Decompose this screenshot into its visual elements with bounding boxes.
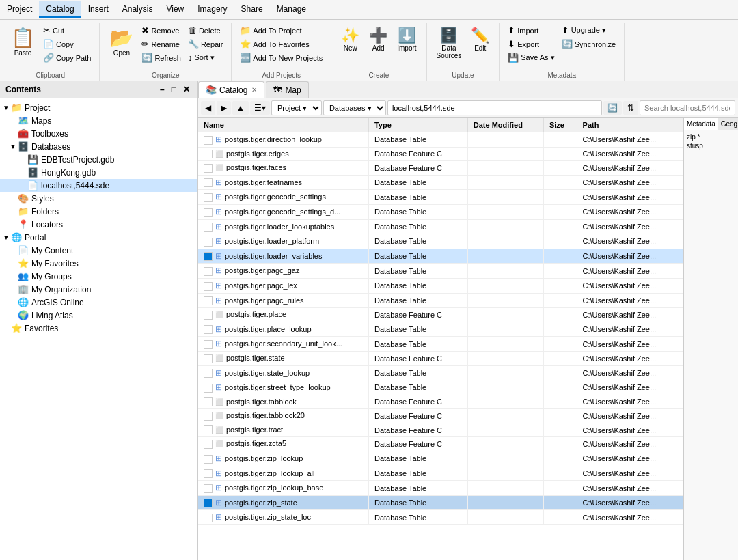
tree-item-hongkong[interactable]: 🗄️HongKong.gdb xyxy=(0,166,197,179)
repair-button[interactable]: 🔧 Repair xyxy=(185,38,226,51)
table-row[interactable]: ⊞postgis.tiger.pagc_lexDatabase TableC:\… xyxy=(198,278,683,293)
tree-item-edbtest[interactable]: 💾EDBTestProject.gdb xyxy=(0,153,197,166)
row-checkbox[interactable] xyxy=(204,384,213,393)
row-checkbox[interactable] xyxy=(204,425,213,434)
tree-item-my-content[interactable]: 📄My Content xyxy=(0,244,197,257)
menu-item-project[interactable]: Project xyxy=(0,1,39,18)
path-input[interactable] xyxy=(387,100,602,115)
view-button[interactable]: ☰▾ xyxy=(250,101,270,115)
table-row[interactable]: ⊞postgis.tiger.pagc_gazDatabase TableC:\… xyxy=(198,264,683,279)
row-checkbox[interactable] xyxy=(204,223,213,232)
contents-float-button[interactable]: □ xyxy=(169,84,178,95)
row-checkbox[interactable] xyxy=(204,340,213,349)
tree-item-databases[interactable]: ▼🗄️Databases xyxy=(0,140,197,153)
table-row[interactable]: ⬜postgis.tiger.zcta5Database Feature CC:… xyxy=(198,437,683,451)
copy-path-button[interactable]: 🔗 Copy Path xyxy=(40,51,94,64)
table-row[interactable]: ⊞postgis.tiger.zip_lookup_allDatabase Ta… xyxy=(198,466,683,481)
copy-button[interactable]: 📄 Copy xyxy=(40,38,94,51)
row-checkbox[interactable] xyxy=(204,325,213,334)
tree-item-folders[interactable]: 📁Folders xyxy=(0,205,197,218)
table-row[interactable]: ⊞postgis.tiger.secondary_unit_look...Dat… xyxy=(198,337,683,352)
table-row[interactable]: ⬜postgis.tiger.tabblock20Database Featur… xyxy=(198,409,683,423)
tree-item-living-atlas[interactable]: 🌍Living Atlas xyxy=(0,309,197,322)
table-row[interactable]: ⊞postgis.tiger.zip_lookupDatabase TableC… xyxy=(198,451,683,466)
row-checkbox[interactable] xyxy=(204,282,213,291)
search-input[interactable] xyxy=(640,100,735,115)
refresh-button[interactable]: 🔄 Refresh xyxy=(139,51,184,64)
col-type[interactable]: Type xyxy=(368,118,467,132)
import-meta-button[interactable]: ⬆ Import xyxy=(505,24,557,37)
row-checkbox[interactable] xyxy=(204,440,213,449)
menu-item-analysis[interactable]: Analysis xyxy=(115,1,160,18)
table-row[interactable]: ⊞postgis.tiger.loader_variablesDatabase … xyxy=(198,249,683,264)
row-checkbox[interactable] xyxy=(204,455,213,464)
row-checkbox[interactable] xyxy=(204,499,213,507)
row-checkbox[interactable] xyxy=(204,238,213,247)
row-checkbox[interactable] xyxy=(204,208,213,217)
row-checkbox[interactable] xyxy=(204,469,213,478)
table-row[interactable]: ⊞postgis.tiger.geocode_settings_d...Data… xyxy=(198,204,683,219)
import-button[interactable]: ⬇️ Import xyxy=(393,24,420,55)
row-checkbox[interactable] xyxy=(204,150,213,158)
row-checkbox[interactable] xyxy=(204,136,213,145)
meta-tab-metadata[interactable]: Metadata xyxy=(684,118,718,130)
tree-item-localhost[interactable]: 📄localhost,5444.sde xyxy=(0,179,197,192)
refresh-path-button[interactable]: 🔄 xyxy=(603,101,622,115)
table-row[interactable]: ⬜postgis.tiger.stateDatabase Feature CC:… xyxy=(198,351,683,365)
tree-item-styles[interactable]: 🎨Styles xyxy=(0,192,197,205)
row-checkbox[interactable] xyxy=(204,252,213,261)
menu-item-share[interactable]: Share xyxy=(234,1,270,18)
paste-button[interactable]: 📋 Paste xyxy=(7,24,39,59)
table-row[interactable]: ⊞postgis.tiger.geocode_settingsDatabase … xyxy=(198,190,683,205)
table-row[interactable]: ⊞postgis.tiger.featnamesDatabase TableC:… xyxy=(198,175,683,190)
meta-tab-geog[interactable]: Geog xyxy=(718,118,738,130)
col-date[interactable]: Date Modified xyxy=(467,118,543,132)
synchronize-button[interactable]: 🔄 Synchronize xyxy=(559,38,619,51)
table-row[interactable]: ⊞postgis.tiger.street_type_lookupDatabas… xyxy=(198,380,683,395)
row-checkbox[interactable] xyxy=(204,164,213,173)
catalog-tab-close[interactable]: ✕ xyxy=(251,86,257,94)
tree-item-favorites[interactable]: ⭐Favorites xyxy=(0,322,197,335)
contents-close-button[interactable]: ✕ xyxy=(181,84,192,95)
table-row[interactable]: ⬜postgis.tiger.tractDatabase Feature CC:… xyxy=(198,423,683,437)
new-button[interactable]: ✨ New xyxy=(337,24,364,55)
rename-button[interactable]: ✏ Rename xyxy=(139,38,184,51)
add-to-project-button[interactable]: 📁 Add To Project xyxy=(237,24,325,37)
row-checkbox[interactable] xyxy=(204,514,213,522)
tree-item-project[interactable]: ▼📁Project xyxy=(0,101,197,114)
row-checkbox[interactable] xyxy=(204,267,213,276)
menu-item-manage[interactable]: Manage xyxy=(270,1,313,18)
tree-item-my-org[interactable]: 🏢My Organization xyxy=(0,283,197,296)
table-row[interactable]: ⬜postgis.tiger.edgesDatabase Feature CC:… xyxy=(198,147,683,161)
row-checkbox[interactable] xyxy=(204,412,213,421)
table-row[interactable]: ⬜postgis.tiger.placeDatabase Feature CC:… xyxy=(198,308,683,322)
tree-expand-portal[interactable]: ▼ xyxy=(3,234,10,241)
tree-item-portal[interactable]: ▼🌐Portal xyxy=(0,231,197,244)
row-checkbox[interactable] xyxy=(204,354,213,363)
up-button[interactable]: ▲ xyxy=(232,101,249,115)
menu-item-insert[interactable]: Insert xyxy=(81,1,115,18)
tree-expand-databases[interactable]: ▼ xyxy=(10,143,16,150)
tree-item-arcgis-online[interactable]: 🌐ArcGIS Online xyxy=(0,296,197,309)
delete-button[interactable]: 🗑 Delete xyxy=(185,24,226,37)
row-checkbox[interactable] xyxy=(204,178,213,187)
project-select[interactable]: Project ▾ xyxy=(271,100,322,115)
table-row[interactable]: ⊞postgis.tiger.loader_lookuptablesDataba… xyxy=(198,219,683,234)
row-checkbox[interactable] xyxy=(204,296,213,305)
data-sources-button[interactable]: 🗄️ DataSources xyxy=(433,24,466,62)
tree-item-toolboxes[interactable]: 🧰Toolboxes xyxy=(0,127,197,140)
table-row[interactable]: ⊞postgis.tiger.zip_lookup_baseDatabase T… xyxy=(198,481,683,496)
tree-item-my-favorites[interactable]: ⭐My Favorites xyxy=(0,257,197,270)
sort-path-button[interactable]: ⇅ xyxy=(623,101,638,115)
table-row[interactable]: ⊞postgis.tiger.zip_stateDatabase TableC:… xyxy=(198,495,683,510)
forward-button[interactable]: ▶ xyxy=(217,101,231,115)
cut-button[interactable]: ✂ Cut xyxy=(40,24,94,37)
row-checkbox[interactable] xyxy=(204,369,213,378)
tree-item-locators[interactable]: 📍Locators xyxy=(0,218,197,231)
upgrade-button[interactable]: ⬆ Upgrade ▾ xyxy=(559,24,619,37)
table-row[interactable]: ⊞postgis.tiger.pagc_rulesDatabase TableC… xyxy=(198,293,683,308)
menu-item-view[interactable]: View xyxy=(159,1,191,18)
edit-button[interactable]: ✏️ Edit xyxy=(467,24,493,55)
table-row[interactable]: ⊞postgis.tiger.direction_lookupDatabase … xyxy=(198,132,683,148)
row-checkbox[interactable] xyxy=(204,193,213,202)
